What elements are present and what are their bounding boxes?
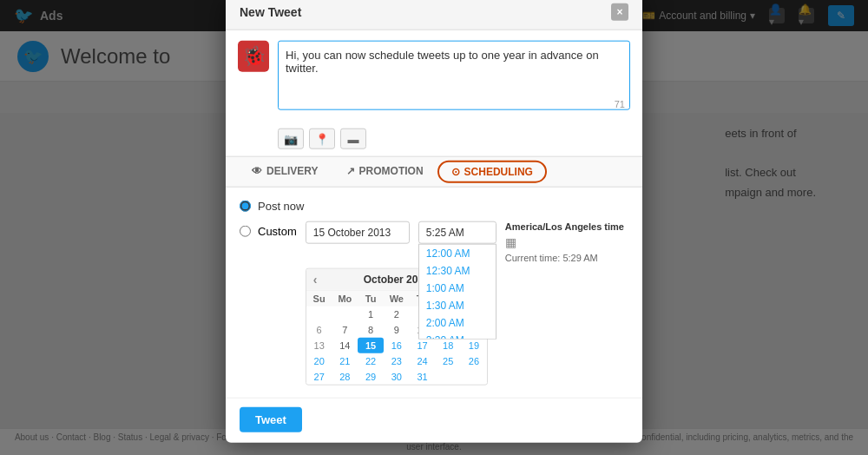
user-avatar: 🐞 [238,41,269,72]
calendar-day[interactable]: 25 [435,353,461,369]
current-time: Current time: 5:29 AM [505,253,624,263]
tweet-textarea-wrap: Hi, you can now schedule tweets up to on… [278,41,630,113]
day-header-tu: Tu [358,290,384,307]
calendar-day[interactable]: 1 [358,307,384,322]
tab-delivery[interactable]: 👁 DELIVERY [238,157,332,187]
calendar-day[interactable]: 28 [332,369,358,385]
calendar-day[interactable]: 16 [384,338,410,353]
tab-promotion[interactable]: ↗ PROMOTION [332,157,437,187]
day-header-we: We [384,290,410,307]
time-option-0[interactable]: 12:00 AM [419,245,496,262]
calendar-day[interactable]: 13 [306,338,332,353]
post-now-radio[interactable] [240,201,251,212]
calendar-day[interactable]: 15 [358,338,384,353]
char-count: 71 [615,99,625,109]
day-header-su: Su [306,290,332,307]
day-header-mo: Mo [332,290,358,307]
date-time-section: 12:00 AM 12:30 AM 1:00 AM 1:30 AM 2:00 A… [306,221,624,386]
calendar-day [435,369,461,385]
time-option-3[interactable]: 1:30 AM [419,297,496,314]
tweet-tabs: 👁 DELIVERY ↗ PROMOTION ⊙ SCHEDULING [226,156,642,188]
tab-scheduling[interactable]: ⊙ SCHEDULING [437,161,547,183]
post-now-row: Post now [240,200,628,213]
time-area: 12:00 AM 12:30 AM 1:00 AM 1:30 AM 2:00 A… [418,221,624,263]
calendar-day[interactable]: 6 [306,322,332,338]
time-input[interactable] [418,221,496,244]
photo-upload-button[interactable]: 📷 [278,129,304,149]
date-input-wrap [306,221,410,244]
scheduling-content: Post now Custom 12: [226,188,642,398]
calendar-day [332,307,358,322]
calendar-day[interactable]: 2 [384,307,410,322]
calendar-day [306,307,332,322]
timezone-icon: ▦ [505,235,516,249]
calendar-day[interactable]: 8 [358,322,384,338]
time-option-5[interactable]: 2:30 AM [419,332,496,340]
calendar-day[interactable]: 23 [384,353,410,369]
calendar-day[interactable]: 27 [306,369,332,385]
time-option-4[interactable]: 2:00 AM [419,314,496,332]
date-input[interactable] [306,221,410,244]
time-input-wrap: 12:00 AM 12:30 AM 1:00 AM 1:30 AM 2:00 A… [418,221,496,244]
custom-radio-wrap: Custom [240,221,297,238]
compose-area: 🐞 Hi, you can now schedule tweets up to … [226,30,642,123]
calendar-day[interactable]: 7 [332,322,358,338]
calendar-day[interactable]: 31 [410,369,436,385]
prev-month-button[interactable]: ‹ [313,273,318,287]
calendar-day[interactable]: 21 [332,353,358,369]
calendar-day[interactable]: 30 [384,369,410,385]
calendar-day[interactable]: 9 [384,322,410,338]
delivery-icon: 👁 [252,165,262,177]
location-button[interactable]: 📍 [309,129,335,149]
time-option-1[interactable]: 12:30 AM [419,262,496,280]
tweet-textarea[interactable]: Hi, you can now schedule tweets up to on… [278,41,630,110]
calendar-day[interactable]: 19 [461,338,487,353]
calendar-day[interactable]: 17 [410,338,436,353]
scheduling-icon: ⊙ [451,166,460,178]
post-now-label: Post now [258,200,304,213]
modal-header: New Tweet × [226,0,642,30]
calendar-day[interactable]: 29 [358,369,384,385]
custom-date-row: Custom 12:00 AM 12:30 AM 1: [240,221,628,386]
calendar-day[interactable]: 24 [410,353,436,369]
calendar-day [461,369,487,385]
timezone-info: America/Los Angeles time ▦ Current time:… [505,221,624,263]
calendar-day[interactable]: 26 [461,353,487,369]
media-button[interactable]: ▬ [340,129,366,149]
custom-radio[interactable] [240,226,251,237]
time-dropdown[interactable]: 12:00 AM 12:30 AM 1:00 AM 1:30 AM 2:00 A… [418,244,496,340]
time-option-2[interactable]: 1:00 AM [419,280,496,297]
date-time-row: 12:00 AM 12:30 AM 1:00 AM 1:30 AM 2:00 A… [306,221,624,263]
timezone-label: America/Los Angeles time [505,221,624,232]
calendar-day[interactable]: 22 [358,353,384,369]
custom-label: Custom [258,225,297,238]
tweet-submit-button[interactable]: Tweet [240,407,302,432]
modal-footer: Tweet [226,398,642,443]
calendar-day[interactable]: 14 [332,338,358,353]
promotion-icon: ↗ [346,165,355,177]
media-buttons-row: 📷 📍 ▬ [226,123,642,156]
new-tweet-modal: New Tweet × 🐞 Hi, you can now schedule t… [226,0,642,443]
calendar-day[interactable]: 20 [306,353,332,369]
modal-title: New Tweet [240,5,301,19]
modal-close-button[interactable]: × [611,3,628,21]
calendar-day[interactable]: 18 [435,338,461,353]
